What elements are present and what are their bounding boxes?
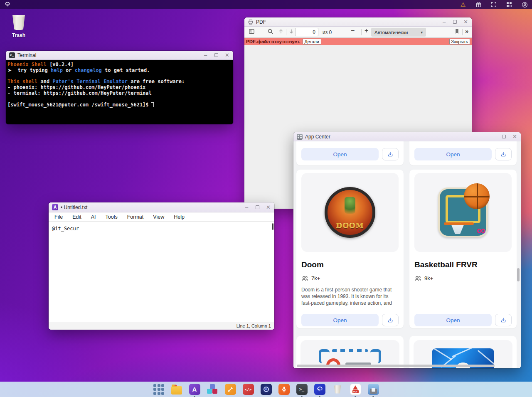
blocks-icon[interactable] [207,384,218,395]
open-button[interactable]: Open [414,314,492,326]
download-button[interactable] [382,148,399,160]
pdf-icon[interactable]: PDF [350,384,361,395]
terminal-window: >_ Terminal – ✕ Phoenix Shell [v0.2.4] ➤… [6,51,233,124]
camera-icon[interactable] [261,384,272,395]
basketball-frvr-icon: ∞ [414,173,512,252]
app-card-partial[interactable] [296,336,404,368]
horizontal-scrollbar[interactable] [297,365,495,367]
puter-icon[interactable] [314,384,325,395]
editor-title: Untitled.txt [64,205,88,210]
app-card-partial[interactable] [409,336,517,368]
cursor-position: Line 1, Column 1 [236,323,271,328]
app-card-partial[interactable]: …r particle physicist is the player, you… [409,141,517,165]
next-page-icon[interactable] [288,28,294,35]
open-button[interactable]: Open [414,148,492,160]
phoenix-link: - phoenix: https://github.com/HeyPuter/p… [7,85,232,91]
unsaved-indicator: • [61,205,62,210]
menu-view[interactable]: View [153,214,164,220]
app-description: Doom is a first-person shooter game that… [301,286,399,308]
qr-code-icon[interactable] [506,1,512,8]
more-tools-icon[interactable]: » [465,27,468,35]
editor-text-area[interactable]: @it_Secur [49,222,274,322]
trash-icon[interactable] [332,384,343,395]
editor-titlebar[interactable]: A • Untitled.txt – ✕ [49,202,274,212]
app-card-doom[interactable]: DOOM Doom 7k+ Doom is a first-person sho… [296,170,404,328]
pdf-titlebar[interactable]: PDF – ✕ [244,17,472,27]
close-button[interactable]: ✕ [463,19,468,25]
details-button[interactable]: Детали [303,39,321,44]
close-error-button[interactable]: Закрыть [449,39,470,44]
download-button[interactable] [495,314,512,326]
app-center-titlebar[interactable]: App Center – ✕ [293,132,521,141]
maximize-button[interactable] [256,205,259,209]
editor-app-icon: A [52,204,58,210]
close-button[interactable]: ✕ [224,52,230,58]
warning-icon[interactable]: ⚠ [460,1,466,8]
zoom-out-button[interactable]: − [351,27,355,35]
minimize-button[interactable]: – [441,19,447,25]
gift-icon[interactable] [475,1,482,8]
zoom-select[interactable]: Автоматически ▾ [371,28,426,37]
code-icon[interactable]: </> [243,384,254,395]
editor-icon[interactable]: A [189,384,200,395]
app-launcher-icon[interactable] [153,384,165,395]
draw-icon[interactable] [225,384,236,395]
shell-prompt: [swift_mouse_5621@puter.com /swift_mouse… [7,102,149,108]
menu-format[interactable]: Format [127,214,144,220]
close-button[interactable]: ✕ [512,134,517,139]
trash-label: Trash [7,32,31,38]
search-icon[interactable] [267,28,273,35]
app-description [414,286,512,308]
maximize-button[interactable] [214,53,218,57]
pdf-title: PDF [256,19,266,25]
editor-scrollbar[interactable] [272,223,273,230]
fullscreen-icon[interactable] [490,1,497,8]
prompt-arrow-icon: ➤ [7,67,12,73]
minimize-button[interactable]: – [244,205,249,210]
pdf-error-bar: PDF-файл отсутствует. Детали Закрыть [244,38,472,45]
close-button[interactable]: ✕ [266,205,271,210]
download-button[interactable] [382,314,399,326]
terminal-app-icon: >_ [9,52,15,58]
bookmark-icon[interactable] [454,28,460,35]
app-card-partial[interactable]: Open [296,141,404,165]
chevron-down-icon: ▾ [421,30,423,35]
terminal-output[interactable]: Phoenix Shell [v0.2.4] ➤ try typing help… [6,60,233,124]
maximize-button[interactable] [502,135,506,138]
zoom-in-button[interactable]: + [365,27,368,35]
app-card-basketball[interactable]: ∞ Basketball FRVR 9k+ Open [409,170,517,328]
pdf-app-icon [248,19,254,25]
minimize-button[interactable]: – [490,134,496,139]
files-icon[interactable] [171,384,182,395]
users-icon [301,276,308,281]
doom-icon: DOOM [301,173,399,252]
terminal-titlebar[interactable]: >_ Terminal – ✕ [6,51,233,60]
game-icon[interactable] [368,384,379,395]
menu-ai[interactable]: AI [91,214,96,220]
open-button[interactable]: Open [301,148,379,160]
sidebar-toggle-icon[interactable] [249,28,255,35]
terminal-icon[interactable]: >_ [296,384,308,395]
menu-edit[interactable]: Edit [72,214,81,220]
editor-content: @it_Secur [52,226,79,232]
puter-logo-icon[interactable] [4,1,11,8]
desktop: ⚠ Trash >_ Terminal – ✕ [0,0,532,397]
terminal-link: - terminal: https://github.com/HeyPuter/… [7,91,232,96]
maximize-button[interactable] [453,20,457,24]
changelog-keyword: changelog [75,67,102,73]
app-center-window: App Center – ✕ Open …r particle physicis… [293,132,521,368]
previous-page-icon[interactable] [278,28,284,35]
menu-tools[interactable]: Tools [106,214,118,220]
minimize-button[interactable]: – [203,52,208,58]
open-button[interactable]: Open [301,314,379,326]
page-number-input[interactable] [295,28,318,36]
recorder-icon[interactable] [278,384,290,395]
download-button[interactable] [495,148,512,160]
menu-file[interactable]: File [54,214,63,220]
vertical-scrollbar[interactable] [517,268,520,281]
taskbar: ⚠ [0,0,532,9]
menu-help[interactable]: Help [174,214,185,220]
account-icon[interactable] [521,1,528,8]
help-keyword: help [51,67,63,73]
desktop-trash[interactable]: Trash [7,15,31,38]
